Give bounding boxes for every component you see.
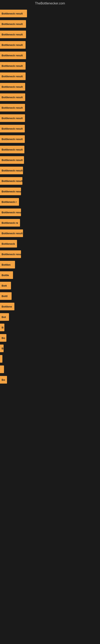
bar-row: Bottleneck result <box>0 61 100 70</box>
bar-label: Bottleneck resu <box>1 211 21 214</box>
bar-label: Bottleneck result <box>1 64 23 68</box>
bar-row: Bottleneck r <box>0 197 100 206</box>
result-bar: Bottlen <box>0 261 15 268</box>
bar-row: Bottleneck result <box>0 155 100 164</box>
bar-row: Bottleneck result <box>0 40 100 50</box>
bar-label: Bottle <box>1 274 9 277</box>
bar-label: Bottleneck result <box>1 106 23 109</box>
bar-label: Bottleneck result <box>1 54 23 57</box>
result-bar: Bottleneck result <box>0 94 25 101</box>
bar-label: Bottleneck result <box>1 85 23 88</box>
result-bar: B <box>0 344 3 352</box>
bar-row: Bottleneck resu <box>0 208 100 217</box>
bar-label: Bott <box>1 284 7 287</box>
bar-row: Bott <box>0 281 100 290</box>
result-bar: Bo <box>0 334 6 342</box>
result-bar: B <box>0 324 4 331</box>
bar-row: Bo <box>0 333 100 342</box>
bar-row: Bottleneck result <box>0 145 100 154</box>
bar-label: B <box>1 347 3 350</box>
result-bar: Bottleneck result <box>0 20 26 28</box>
bar-label: Bottleneck result <box>1 75 23 78</box>
bar-label: Bottleneck result <box>1 33 23 36</box>
bar-row: Bottleneck result <box>0 82 100 91</box>
bar-row: Bottleneck result <box>0 124 100 133</box>
bar-label: Bo <box>1 336 5 340</box>
bar-row: Bottleneck resu <box>0 187 100 196</box>
bar-label: Bottleneck result <box>1 148 23 151</box>
result-bar: Bottleneck <box>0 240 17 248</box>
result-bar: Bottleneck result <box>0 230 23 237</box>
bar-row <box>0 354 100 364</box>
result-bar: Bottleneck resu <box>0 208 21 216</box>
bar-row: Bottleneck result <box>0 166 100 175</box>
bar-label: Bot <box>1 316 6 318</box>
bar-label: Bottleneck resu <box>1 253 21 256</box>
bar-label: Bottl <box>1 295 8 298</box>
result-bar: Bot <box>0 313 9 321</box>
bar-row: Bottleneck <box>0 239 100 248</box>
bar-row: B <box>0 344 100 353</box>
bar-label: Bottleneck re <box>1 222 18 224</box>
result-bar: Bottlene <box>0 303 14 310</box>
result-bar: Bottle <box>0 271 13 279</box>
result-bar: Bottleneck result <box>0 10 27 17</box>
bar-label: Bottleneck result <box>1 158 23 162</box>
bar-label: Bottlene <box>1 305 12 308</box>
bar-row: Bottleneck result <box>0 103 100 112</box>
result-bar: Bottl <box>0 292 12 300</box>
bar-row: Bottleneck result <box>0 72 100 81</box>
result-bar: Bottleneck resu <box>0 250 21 258</box>
result-bar: Bottleneck result <box>0 156 24 164</box>
site-title: TheBottlenecker.com <box>0 0 100 7</box>
bar-row: Bottleneck result <box>0 92 100 102</box>
result-bar: Bottleneck result <box>0 104 25 112</box>
result-bar: Bottleneck resu <box>0 188 21 195</box>
bar-row: Bottlen <box>0 260 100 269</box>
bar-label: Bottleneck result <box>1 232 23 235</box>
bar-row: Bottleneck re <box>0 218 100 228</box>
bar-label: Bottleneck result <box>1 169 23 172</box>
bar-row: Bo <box>0 375 100 384</box>
bar-label: Bottleneck result <box>1 96 23 99</box>
bar-label: Bottleneck result <box>1 117 23 120</box>
result-bar: Bottleneck result <box>0 41 26 49</box>
bar-label: Bottleneck result <box>1 22 23 26</box>
bar-row: Bottleneck result <box>0 19 100 28</box>
bar-row: Bottleneck result <box>0 30 100 39</box>
result-bar: Bottleneck result <box>0 30 26 38</box>
bar-row: Bottleneck result <box>0 51 100 60</box>
result-bar <box>0 366 4 373</box>
bar-row: Bottl <box>0 292 100 301</box>
bar-row: Bot <box>0 312 100 322</box>
result-bar: Bottleneck result <box>0 177 22 185</box>
bar-row: Bottleneck result <box>0 114 100 123</box>
bar-label: Bottleneck result <box>1 44 23 46</box>
result-bar: Bottleneck result <box>0 146 24 153</box>
result-bar: Bottleneck result <box>0 135 25 143</box>
result-bar: Bottleneck result <box>0 62 26 70</box>
bar-row: Bottleneck result <box>0 228 100 238</box>
bar-row: Bottleneck result <box>0 9 100 18</box>
result-bar: Bottleneck result <box>0 125 25 132</box>
bar-row <box>0 365 100 374</box>
result-bar: Bottleneck result <box>0 167 23 174</box>
bar-label: Bottleneck result <box>1 138 23 141</box>
bar-label: Bottleneck result <box>1 180 22 182</box>
result-bar: Bottleneck re <box>0 219 20 226</box>
bars-container: Bottleneck resultBottleneck resultBottle… <box>0 7 100 388</box>
bar-label: Bottleneck result <box>1 127 23 130</box>
bar-row: Bottleneck result <box>0 134 100 144</box>
bar-label: Bo <box>1 378 5 381</box>
bar-label: Bottleneck result <box>1 12 23 15</box>
result-bar <box>0 355 2 363</box>
result-bar: Bottleneck result <box>0 52 26 59</box>
bar-label: Bottleneck r <box>1 200 17 204</box>
result-bar: Bottleneck result <box>0 72 26 80</box>
bar-row: Bottlene <box>0 302 100 311</box>
bar-label: Bottleneck <box>1 242 15 245</box>
result-bar: Bo <box>0 376 7 384</box>
bar-row: B <box>0 323 100 332</box>
result-bar: Bottleneck result <box>0 114 25 122</box>
bar-label: Bottleneck resu <box>1 190 21 193</box>
